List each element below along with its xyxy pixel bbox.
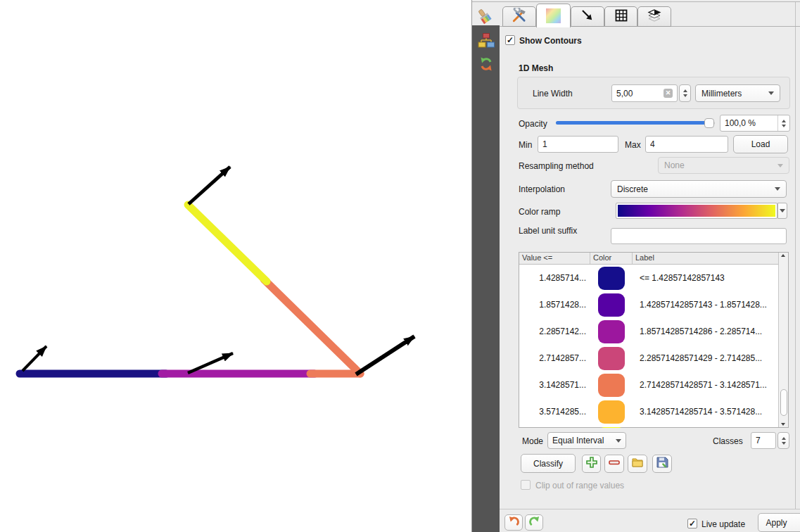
label-cell[interactable]: 2.71428571428571 - 3.1428571... (633, 372, 778, 398)
color-ramp-widget[interactable] (616, 203, 777, 219)
label-cell[interactable]: 1.85714285714286 - 2.285714... (633, 318, 778, 345)
value-cell[interactable]: 1.4285714... (519, 265, 590, 291)
table-scrollbar[interactable] (778, 253, 788, 427)
classes-input[interactable]: 7 (751, 432, 776, 449)
interpolation-combo[interactable]: Discrete (611, 180, 787, 198)
tab-mesh-frame[interactable] (604, 6, 637, 27)
mesh-vector-arrow (356, 336, 414, 374)
color-cell[interactable] (590, 291, 633, 318)
layer-styling-paintbrush-icon (476, 8, 494, 25)
mode-label: Mode (522, 436, 543, 446)
color-cell[interactable] (590, 425, 633, 428)
color-swatch[interactable] (598, 427, 625, 429)
show-contours-checkbox[interactable]: ✓ (505, 35, 515, 45)
color-swatch[interactable] (598, 267, 625, 290)
line-width-stepper[interactable] (679, 84, 691, 102)
panel-scrollbar[interactable] (795, 2, 800, 532)
apply-button[interactable]: Apply (758, 513, 800, 532)
color-swatch[interactable] (598, 400, 625, 424)
color-swatch[interactable] (598, 320, 625, 343)
label-cell[interactable]: 2.28571428571429 - 2.714285... (633, 345, 778, 372)
color-ramp-gradient (618, 205, 775, 217)
remove-class-button[interactable] (604, 455, 624, 473)
value-cell[interactable] (519, 425, 590, 428)
mesh-group-title: 1D Mesh (519, 63, 553, 73)
label-cell[interactable]: 1.42857142857143 - 1.8571428... (633, 291, 778, 318)
color-swatch[interactable] (598, 293, 625, 317)
max-input[interactable] (645, 136, 728, 153)
layer-styling-panel: ✓ Show Contours 1D Mesh Line Width 5,00 … (471, 0, 800, 532)
table-row[interactable]: 3.5714285... 3.14285714285714 - 3.571428… (519, 398, 778, 425)
table-header[interactable]: Value <= Color Label (519, 253, 788, 265)
scrollbar-thumb[interactable] (780, 389, 787, 416)
redo-button[interactable] (525, 514, 543, 531)
classification-table[interactable]: Value <= Color Label 1.4285714... <= 1.4… (519, 252, 789, 428)
table-row[interactable]: 1.4285714... <= 1.42857142857143 (519, 265, 778, 291)
scroll-up-icon[interactable] (781, 254, 785, 257)
load-button[interactable]: Load (733, 135, 788, 153)
resampling-combo: None (658, 157, 789, 174)
value-cell[interactable]: 3.1428571... (519, 372, 590, 398)
color-ramp-dropdown-button[interactable] (777, 203, 787, 219)
map-canvas[interactable] (0, 0, 471, 532)
color-swatch[interactable] (598, 374, 625, 397)
column-header-value[interactable]: Value <= (519, 253, 590, 264)
value-cell[interactable]: 3.5714285... (519, 398, 590, 425)
tab-contours[interactable] (536, 4, 571, 27)
color-cell[interactable] (590, 265, 633, 291)
scroll-down-icon[interactable] (781, 423, 785, 426)
table-row[interactable]: 3.1428571... 2.71428571428571 - 3.142857… (519, 372, 778, 398)
apply-label: Apply (766, 518, 787, 528)
color-cell[interactable] (590, 398, 633, 425)
value-cell[interactable]: 2.2857142... (519, 318, 590, 345)
opacity-stepper[interactable] (777, 115, 789, 131)
slider-handle[interactable] (704, 118, 714, 128)
table-row[interactable] (519, 425, 778, 428)
tab-general-settings[interactable] (502, 6, 536, 27)
line-width-unit-combo[interactable]: Millimeters (695, 84, 780, 102)
spin-down-icon[interactable] (782, 125, 786, 127)
datasets-cycle-icon[interactable] (477, 55, 495, 73)
label-cell[interactable] (633, 425, 778, 428)
color-cell[interactable] (590, 372, 633, 398)
table-row[interactable]: 1.8571428... 1.42857142857143 - 1.857142… (519, 291, 778, 318)
table-row[interactable]: 2.2857142... 1.85714285714286 - 2.285714… (519, 318, 778, 345)
column-header-label[interactable]: Label (633, 253, 778, 264)
clear-field-icon[interactable]: ✕ (664, 89, 673, 98)
classify-button[interactable]: Classify (521, 454, 576, 473)
label-unit-suffix-input[interactable] (611, 228, 787, 244)
color-swatch[interactable] (598, 347, 625, 370)
mesh-segment (264, 279, 360, 374)
color-cell[interactable] (590, 345, 633, 372)
add-class-button[interactable] (582, 455, 601, 473)
dataset-groups-icon[interactable] (477, 31, 495, 49)
opacity-slider[interactable] (556, 118, 715, 128)
clip-out-of-range-checkbox (521, 480, 531, 490)
label-cell[interactable]: <= 1.42857142857143 (633, 265, 778, 291)
column-header-color[interactable]: Color (590, 253, 633, 264)
save-color-map-button[interactable] (652, 455, 672, 473)
spin-down-icon[interactable] (683, 94, 687, 97)
min-input[interactable] (538, 136, 618, 153)
panel-top-border (472, 1, 800, 2)
label-cell[interactable]: 3.14285714285714 - 3.571428... (633, 398, 778, 425)
resampling-value: None (664, 160, 685, 170)
value-cell[interactable]: 1.8571428... (519, 291, 590, 318)
max-label: Max (625, 140, 641, 150)
table-row[interactable]: 2.7142857... 2.28571428571429 - 2.714285… (519, 345, 778, 372)
value-cell[interactable]: 2.7142857... (519, 345, 590, 372)
undo-button[interactable] (504, 514, 523, 531)
spin-up-icon[interactable] (683, 89, 687, 92)
load-color-map-button[interactable] (628, 455, 647, 473)
live-update-checkbox[interactable]: ✓ (687, 519, 697, 528)
spin-down-icon[interactable] (782, 442, 786, 445)
spin-up-icon[interactable] (782, 120, 786, 122)
color-cell[interactable] (590, 318, 633, 345)
tab-vectors[interactable] (571, 6, 604, 27)
tab-stacked-mesh-averaging[interactable] (637, 6, 671, 27)
spin-up-icon[interactable] (782, 437, 786, 440)
mode-combo[interactable]: Equal Interval (547, 432, 626, 449)
classes-stepper[interactable] (777, 432, 789, 449)
line-width-input[interactable]: 5,00 ✕ (611, 84, 678, 102)
opacity-spinbox[interactable]: 100,0 % (720, 115, 790, 132)
